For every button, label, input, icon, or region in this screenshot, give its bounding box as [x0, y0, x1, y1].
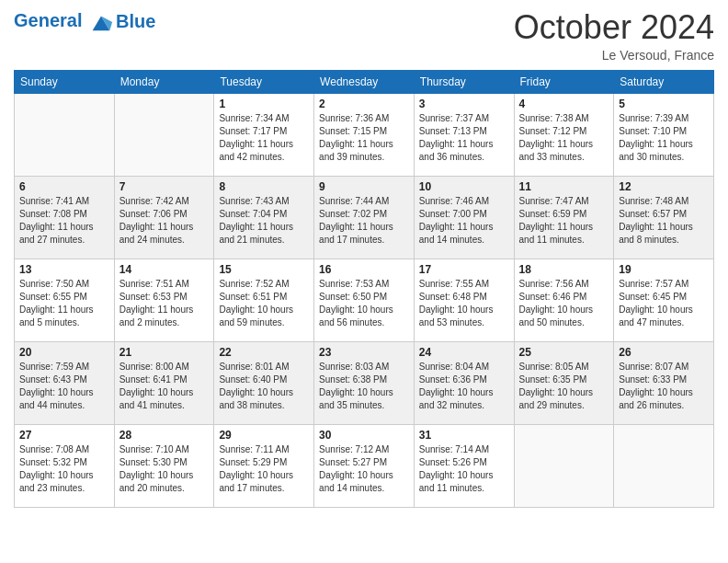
day-number: 9	[319, 180, 409, 193]
day-cell: 21Sunrise: 8:00 AMSunset: 6:41 PMDayligh…	[114, 341, 214, 424]
day-number: 28	[119, 429, 210, 442]
day-number: 8	[219, 180, 309, 193]
day-info: Sunrise: 7:55 AMSunset: 6:48 PMDaylight:…	[419, 278, 509, 329]
logo-text: General	[14, 9, 114, 35]
day-info: Sunrise: 8:04 AMSunset: 6:36 PMDaylight:…	[419, 361, 509, 412]
day-cell: 15Sunrise: 7:52 AMSunset: 6:51 PMDayligh…	[214, 259, 314, 341]
logo: General Blue	[14, 9, 155, 35]
calendar-body: 1Sunrise: 7:34 AMSunset: 7:17 PMDaylight…	[15, 93, 714, 507]
week-row-1: 6Sunrise: 7:41 AMSunset: 7:08 PMDaylight…	[15, 176, 714, 259]
day-cell	[614, 424, 714, 507]
page: General Blue October 2024 Le Versoud, Fr…	[0, 0, 728, 563]
day-cell: 16Sunrise: 7:53 AMSunset: 6:50 PMDayligh…	[314, 259, 415, 341]
title-block: October 2024 Le Versoud, France	[514, 9, 714, 63]
day-cell: 11Sunrise: 7:47 AMSunset: 6:59 PMDayligh…	[514, 176, 614, 259]
day-number: 1	[219, 98, 309, 110]
day-info: Sunrise: 8:01 AMSunset: 6:40 PMDaylight:…	[219, 361, 309, 412]
day-info: Sunrise: 7:44 AMSunset: 7:02 PMDaylight:…	[319, 195, 409, 247]
day-number: 5	[619, 98, 709, 110]
day-number: 26	[619, 346, 709, 359]
location: Le Versoud, France	[514, 48, 714, 63]
day-info: Sunrise: 7:39 AMSunset: 7:10 PMDaylight:…	[619, 112, 709, 164]
col-tuesday: Tuesday	[214, 70, 314, 93]
day-info: Sunrise: 7:43 AMSunset: 7:04 PMDaylight:…	[219, 195, 309, 247]
day-cell: 28Sunrise: 7:10 AMSunset: 5:30 PMDayligh…	[114, 424, 214, 507]
col-saturday: Saturday	[614, 70, 714, 93]
day-cell	[114, 93, 214, 176]
month-title: October 2024	[514, 9, 714, 46]
day-cell: 12Sunrise: 7:48 AMSunset: 6:57 PMDayligh…	[614, 176, 714, 259]
day-number: 25	[519, 346, 609, 359]
day-info: Sunrise: 7:46 AMSunset: 7:00 PMDaylight:…	[419, 195, 509, 247]
day-cell: 25Sunrise: 8:05 AMSunset: 6:35 PMDayligh…	[514, 341, 614, 424]
day-cell: 24Sunrise: 8:04 AMSunset: 6:36 PMDayligh…	[414, 341, 514, 424]
day-info: Sunrise: 7:37 AMSunset: 7:13 PMDaylight:…	[419, 112, 509, 164]
day-cell: 2Sunrise: 7:36 AMSunset: 7:15 PMDaylight…	[314, 93, 415, 176]
day-cell: 10Sunrise: 7:46 AMSunset: 7:00 PMDayligh…	[414, 176, 514, 259]
day-cell: 3Sunrise: 7:37 AMSunset: 7:13 PMDaylight…	[414, 93, 514, 176]
day-info: Sunrise: 7:53 AMSunset: 6:50 PMDaylight:…	[319, 278, 409, 329]
week-row-4: 27Sunrise: 7:08 AMSunset: 5:32 PMDayligh…	[15, 424, 714, 507]
day-number: 29	[219, 429, 309, 442]
day-cell: 7Sunrise: 7:42 AMSunset: 7:06 PMDaylight…	[114, 176, 214, 259]
day-info: Sunrise: 7:11 AMSunset: 5:29 PMDaylight:…	[219, 443, 309, 495]
day-info: Sunrise: 7:12 AMSunset: 5:27 PMDaylight:…	[319, 443, 409, 495]
day-info: Sunrise: 8:00 AMSunset: 6:41 PMDaylight:…	[119, 361, 210, 412]
day-info: Sunrise: 7:52 AMSunset: 6:51 PMDaylight:…	[219, 278, 309, 329]
day-cell: 9Sunrise: 7:44 AMSunset: 7:02 PMDaylight…	[314, 176, 415, 259]
day-number: 13	[19, 263, 109, 276]
day-info: Sunrise: 7:36 AMSunset: 7:15 PMDaylight:…	[319, 112, 409, 164]
day-number: 4	[519, 98, 609, 110]
day-info: Sunrise: 7:41 AMSunset: 7:08 PMDaylight:…	[19, 195, 109, 247]
day-cell	[15, 93, 115, 176]
day-number: 12	[619, 180, 709, 193]
day-info: Sunrise: 8:03 AMSunset: 6:38 PMDaylight:…	[319, 361, 409, 412]
day-number: 2	[319, 98, 409, 110]
day-number: 27	[19, 429, 109, 442]
day-info: Sunrise: 8:07 AMSunset: 6:33 PMDaylight:…	[619, 361, 709, 412]
day-cell: 30Sunrise: 7:12 AMSunset: 5:27 PMDayligh…	[314, 424, 415, 507]
day-info: Sunrise: 7:42 AMSunset: 7:06 PMDaylight:…	[119, 195, 210, 247]
day-cell: 8Sunrise: 7:43 AMSunset: 7:04 PMDaylight…	[214, 176, 314, 259]
day-info: Sunrise: 7:38 AMSunset: 7:12 PMDaylight:…	[519, 112, 609, 164]
day-number: 23	[319, 346, 409, 359]
day-cell: 31Sunrise: 7:14 AMSunset: 5:26 PMDayligh…	[414, 424, 514, 507]
day-info: Sunrise: 7:34 AMSunset: 7:17 PMDaylight:…	[219, 112, 309, 164]
day-number: 30	[319, 429, 409, 442]
day-number: 11	[519, 180, 609, 193]
day-cell: 14Sunrise: 7:51 AMSunset: 6:53 PMDayligh…	[114, 259, 214, 341]
col-monday: Monday	[114, 70, 214, 93]
day-number: 10	[419, 180, 509, 193]
day-cell: 26Sunrise: 8:07 AMSunset: 6:33 PMDayligh…	[614, 341, 714, 424]
week-row-2: 13Sunrise: 7:50 AMSunset: 6:55 PMDayligh…	[15, 259, 714, 341]
day-info: Sunrise: 7:59 AMSunset: 6:43 PMDaylight:…	[19, 361, 109, 412]
day-number: 14	[119, 263, 210, 276]
day-cell: 27Sunrise: 7:08 AMSunset: 5:32 PMDayligh…	[15, 424, 115, 507]
week-row-0: 1Sunrise: 7:34 AMSunset: 7:17 PMDaylight…	[15, 93, 714, 176]
day-number: 22	[219, 346, 309, 359]
header-row: Sunday Monday Tuesday Wednesday Thursday…	[15, 70, 714, 93]
day-info: Sunrise: 7:51 AMSunset: 6:53 PMDaylight:…	[119, 278, 210, 329]
day-cell: 4Sunrise: 7:38 AMSunset: 7:12 PMDaylight…	[514, 93, 614, 176]
day-number: 3	[419, 98, 509, 110]
day-number: 24	[419, 346, 509, 359]
col-wednesday: Wednesday	[314, 70, 415, 93]
day-info: Sunrise: 7:48 AMSunset: 6:57 PMDaylight:…	[619, 195, 709, 247]
week-row-3: 20Sunrise: 7:59 AMSunset: 6:43 PMDayligh…	[15, 341, 714, 424]
day-cell: 5Sunrise: 7:39 AMSunset: 7:10 PMDaylight…	[614, 93, 714, 176]
day-info: Sunrise: 8:05 AMSunset: 6:35 PMDaylight:…	[519, 361, 609, 412]
calendar-table: Sunday Monday Tuesday Wednesday Thursday…	[14, 70, 714, 508]
day-info: Sunrise: 7:10 AMSunset: 5:30 PMDaylight:…	[119, 443, 210, 495]
day-number: 31	[419, 429, 509, 442]
day-number: 15	[219, 263, 309, 276]
day-cell: 6Sunrise: 7:41 AMSunset: 7:08 PMDaylight…	[15, 176, 115, 259]
day-number: 6	[19, 180, 109, 193]
day-info: Sunrise: 7:08 AMSunset: 5:32 PMDaylight:…	[19, 443, 109, 495]
day-info: Sunrise: 7:57 AMSunset: 6:45 PMDaylight:…	[619, 278, 709, 329]
day-number: 20	[19, 346, 109, 359]
logo-general: General	[14, 10, 82, 30]
day-info: Sunrise: 7:14 AMSunset: 5:26 PMDaylight:…	[419, 443, 509, 495]
day-cell: 22Sunrise: 8:01 AMSunset: 6:40 PMDayligh…	[214, 341, 314, 424]
day-cell: 29Sunrise: 7:11 AMSunset: 5:29 PMDayligh…	[214, 424, 314, 507]
logo-blue: Blue	[116, 12, 155, 31]
